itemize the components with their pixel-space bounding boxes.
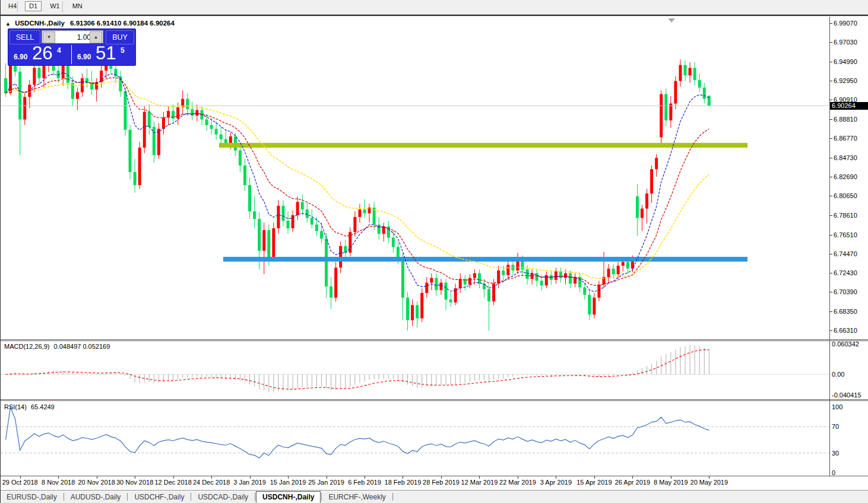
ma-slow-line (6, 81, 709, 278)
price-axis-tick (829, 23, 832, 24)
chart-tab-usdcnhdaily[interactable]: USDCNH-,Daily (256, 491, 321, 503)
candle (325, 238, 328, 286)
price-axis-tick (829, 42, 832, 43)
macd-panel-canvas[interactable] (1, 341, 829, 399)
candle (416, 305, 419, 318)
resistance-line[interactable] (219, 143, 747, 148)
volume-input[interactable] (55, 31, 93, 43)
candle (411, 305, 414, 320)
candle (664, 94, 667, 120)
candle (636, 196, 639, 218)
candle (114, 69, 117, 77)
candle (420, 293, 423, 319)
candle (272, 228, 275, 259)
date-axis-label: 3 Jan 2019 (233, 479, 265, 486)
macd-values: 0.048497 0.052169 (53, 343, 110, 350)
candle (4, 78, 7, 93)
candle (679, 65, 682, 81)
candle (281, 206, 284, 221)
rsi-panel-canvas[interactable] (1, 401, 829, 476)
chart-tab-eurchfweekly[interactable]: EURCHF-,Weekly (322, 491, 391, 502)
macd-name: MACD(12,26,9) (4, 343, 49, 350)
sell-price-point: 4 (57, 46, 61, 55)
candle (76, 93, 79, 99)
timeframe-button-d1[interactable]: D1 (25, 1, 42, 11)
chart-tab-eurusddaily[interactable]: EURUSD-,Daily (1, 491, 63, 502)
date-axis-label: 25 Jan 2019 (308, 479, 344, 486)
candle (248, 185, 251, 211)
date-axis-label: 28 Feb 2019 (423, 479, 460, 486)
candle (143, 112, 146, 148)
candle (267, 230, 270, 258)
volume-increase-button[interactable]: ▲ (90, 31, 102, 43)
candle (473, 273, 476, 278)
candle (401, 258, 404, 297)
date-axis-label: 15 Apr 2019 (576, 479, 612, 486)
candle (215, 129, 218, 134)
terminal-window: H4D1W1MN ▲ USDCNH-,Daily 6.91306 6.91410… (0, 0, 868, 503)
price-axis-tick (829, 311, 832, 312)
one-click-panel-toggle-icon[interactable]: ▲ (5, 21, 11, 27)
candle (353, 217, 356, 232)
panel-separator[interactable] (1, 399, 868, 400)
timeframe-button-mn[interactable]: MN (68, 1, 87, 11)
chart-tab-usdchfdaily[interactable]: USDCHF-,Daily (128, 491, 190, 502)
panel-separator[interactable] (1, 340, 868, 341)
timeframe-button-h4[interactable]: H4 (4, 1, 21, 11)
current-price-tag: 6.90264 (830, 102, 868, 110)
candle (167, 111, 170, 117)
chart-tab-bar: EURUSD-,DailyAUDUSD-,DailyUSDCHF-,DailyU… (1, 490, 868, 503)
date-axis[interactable]: 29 Oct 20188 Nov 201820 Nov 201830 Nov 2… (1, 476, 829, 491)
panel-separator[interactable] (1, 339, 868, 340)
candle (397, 247, 400, 258)
candle (492, 284, 495, 301)
volume-spinner: ▼ ▲ (42, 30, 103, 43)
rsi-name: RSI(14) (4, 403, 27, 410)
candle (641, 209, 644, 218)
candle (531, 273, 534, 279)
candle (430, 278, 433, 283)
tab-separator (321, 493, 322, 501)
volume-decrease-button[interactable]: ▼ (43, 31, 55, 43)
macd-signal-line (6, 350, 709, 390)
candle (306, 209, 309, 218)
date-axis-label: 20 May 2019 (690, 479, 728, 486)
price-axis-label: 6.76510 (834, 231, 857, 238)
candle (42, 65, 45, 78)
price-axis-tick (829, 215, 832, 216)
candle (593, 298, 595, 314)
candle (645, 193, 648, 208)
candle (684, 65, 687, 75)
chart-window[interactable]: ▲ USDCNH-,Daily 6.91306 6.91410 6.90184 … (1, 15, 868, 491)
panel-separator[interactable] (1, 400, 868, 401)
candle (650, 169, 653, 193)
date-axis-label: 6 Feb 2019 (348, 479, 381, 486)
date-axis-label: 29 Oct 2018 (2, 479, 38, 486)
candle (478, 273, 481, 284)
candle (210, 125, 213, 129)
candle (195, 110, 198, 116)
chart-tab-audusddaily[interactable]: AUDUSD-,Daily (65, 491, 127, 502)
candle (626, 262, 629, 269)
candle (703, 88, 706, 99)
candle (37, 68, 40, 78)
support-line[interactable] (223, 257, 747, 262)
sell-price-prefix: 6.90 (14, 53, 27, 61)
candle (334, 268, 337, 298)
candle (311, 218, 313, 224)
price-axis-tick (829, 100, 832, 100)
candle (176, 107, 179, 119)
candle (9, 65, 12, 93)
candle (468, 278, 471, 285)
candle (138, 148, 141, 185)
tab-separator (191, 493, 191, 501)
candle (487, 289, 490, 302)
chart-tab-usdcaddaily[interactable]: USDCAD-,Daily (192, 491, 254, 502)
buy-price-panel[interactable]: 6.90 51 5 (72, 45, 135, 64)
date-axis-label: 22 Mar 2019 (499, 479, 536, 486)
price-axis-label: 6.94990 (834, 58, 857, 65)
sell-price-panel[interactable]: 6.90 26 4 (8, 45, 72, 64)
price-axis-tick (829, 81, 832, 81)
date-axis-label: 26 Apr 2019 (615, 479, 650, 486)
timeframe-button-w1[interactable]: W1 (46, 1, 64, 11)
